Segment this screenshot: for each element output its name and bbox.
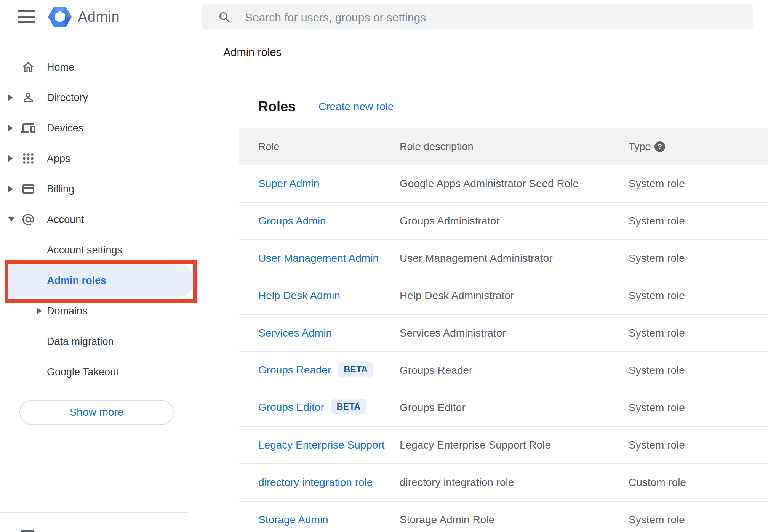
chevron-right-icon — [37, 308, 42, 314]
sidebar-item-directory[interactable]: Directory — [0, 82, 202, 113]
sidebar-item-label: Home — [47, 61, 74, 73]
role-link[interactable]: Services Admin — [258, 327, 332, 339]
show-more-button[interactable]: Show more — [19, 400, 174, 425]
create-new-role-link[interactable]: Create new role — [318, 101, 394, 113]
table-row: User Management AdminUser Management Adm… — [239, 240, 768, 277]
sidebar-item-apps[interactable]: Apps — [0, 143, 202, 174]
table-row: Services AdminServices AdministratorSyst… — [239, 315, 768, 352]
sidebar-item-account-settings[interactable]: Account settings — [0, 235, 202, 265]
role-description: directory integration role — [400, 476, 514, 489]
sidebar-item-google-takeout[interactable]: Google Takeout — [0, 357, 202, 387]
app-title: Admin — [78, 9, 120, 25]
role-type: System role — [629, 364, 685, 377]
devices-icon — [21, 121, 35, 135]
role-type: System role — [629, 290, 685, 302]
sidebar-item-label: Billing — [47, 183, 74, 195]
sidebar-item-home[interactable]: Home — [0, 52, 202, 82]
role-link[interactable]: Legacy Enterprise Support — [258, 439, 385, 451]
home-icon — [21, 60, 35, 74]
sidebar-item-label: Account — [47, 214, 84, 226]
role-link[interactable]: Groups EditorBETA — [258, 400, 366, 416]
help-icon[interactable]: ? — [654, 141, 665, 152]
table-row: Legacy Enterprise SupportLegacy Enterpri… — [239, 427, 768, 464]
role-link[interactable]: directory integration role — [258, 476, 373, 489]
table-row: Help Desk AdminHelp Desk AdministratorSy… — [239, 277, 768, 315]
role-type: Custom role — [629, 476, 686, 489]
sidebar-item-label: Directory — [47, 92, 88, 104]
sidebar-item-label: Data migration — [47, 336, 114, 348]
sidebar-item-account[interactable]: Account — [0, 204, 202, 235]
sidebar-item-billing[interactable]: Billing — [0, 174, 202, 204]
role-description: Services Administrator — [400, 327, 506, 339]
sidebar-item-label: Apps — [47, 153, 70, 165]
role-link[interactable]: Groups Admin — [258, 215, 326, 227]
card-title: Roles — [258, 99, 296, 115]
sidebar-item-label: Account settings — [47, 244, 122, 256]
role-description: User Management Administrator — [400, 252, 553, 264]
sidebar-item-label: Admin roles — [47, 275, 106, 287]
sidebar-item-label: Domains — [47, 305, 88, 317]
roles-card-titlebar: Roles Create new role — [239, 85, 768, 128]
credit-card-icon — [21, 182, 35, 196]
role-description: Groups Editor — [400, 402, 466, 414]
search-input[interactable] — [244, 4, 741, 31]
breadcrumb: Admin roles — [223, 46, 282, 59]
role-description: Help Desk Administrator — [400, 290, 514, 302]
app-logo: Admin — [48, 6, 120, 27]
role-description: Storage Admin Role — [400, 514, 494, 526]
role-description: Groups Reader — [400, 364, 472, 377]
column-header-role: Role — [258, 141, 280, 153]
column-header-type: Type — [629, 141, 651, 153]
role-type: System role — [629, 327, 685, 339]
role-type: System role — [629, 402, 685, 414]
sidebar-item-label: Devices — [47, 122, 83, 134]
role-link[interactable]: Storage Admin — [258, 514, 328, 526]
table-header-row: Role Role description Type ? — [239, 128, 768, 165]
search-icon — [218, 11, 231, 24]
beta-badge: BETA — [331, 399, 366, 415]
table-row: Storage AdminStorage Admin RoleSystem ro… — [239, 502, 768, 532]
role-type: System role — [629, 514, 685, 526]
at-sign-icon — [21, 213, 35, 226]
role-description: Groups Administrator — [400, 215, 500, 227]
admin-hexagon-logo-icon — [48, 6, 72, 27]
chevron-down-icon — [8, 217, 14, 222]
role-link[interactable]: Help Desk Admin — [258, 290, 340, 302]
table-row: Groups EditorBETAGroups EditorSystem rol… — [239, 389, 768, 427]
sidebar: Admin HomeDirectoryDevicesAppsBillingAcc… — [0, 0, 202, 532]
hamburger-menu-icon[interactable] — [18, 10, 35, 23]
chevron-right-icon — [8, 155, 13, 162]
sidebar-item-data-migration[interactable]: Data migration — [0, 326, 202, 357]
role-link[interactable]: User Management Admin — [258, 252, 379, 264]
table-row: directory integration roledirectory inte… — [239, 464, 768, 502]
table-body: Super AdminGoogle Apps Administrator See… — [239, 165, 768, 532]
chevron-right-icon — [8, 95, 13, 101]
column-header-role-description: Role description — [400, 141, 474, 153]
table-row: Groups ReaderBETAGroups ReaderSystem rol… — [239, 352, 768, 389]
chevron-right-icon — [8, 125, 13, 131]
role-description: Google Apps Administrator Seed Role — [400, 178, 579, 190]
table-row: Super AdminGoogle Apps Administrator See… — [239, 165, 768, 203]
role-link[interactable]: Groups ReaderBETA — [258, 363, 373, 378]
header-divider — [202, 67, 768, 67]
role-description: Legacy Enterprise Support Role — [400, 439, 551, 451]
role-type: System role — [629, 252, 685, 264]
sidebar-item-admin-roles[interactable]: Admin roles — [0, 265, 202, 296]
role-type: System role — [629, 215, 685, 227]
role-link[interactable]: Super Admin — [258, 178, 319, 190]
role-type: System role — [629, 439, 685, 451]
table-row: Groups AdminGroups AdministratorSystem r… — [239, 203, 768, 240]
sidebar-item-label: Google Takeout — [47, 366, 119, 378]
sidebar-nav: HomeDirectoryDevicesAppsBillingAccountAc… — [0, 52, 202, 387]
beta-badge: BETA — [338, 362, 373, 377]
search-bar[interactable] — [202, 4, 753, 30]
chevron-right-icon — [8, 186, 13, 192]
roles-card: Roles Create new role Role Role descript… — [239, 85, 768, 532]
cutoff-bottom-icon — [21, 530, 34, 532]
sidebar-bottom-divider — [0, 512, 188, 513]
role-type: System role — [629, 178, 685, 190]
sidebar-item-domains[interactable]: Domains — [0, 296, 202, 326]
sidebar-item-devices[interactable]: Devices — [0, 113, 202, 143]
apps-grid-icon — [21, 152, 35, 165]
person-icon — [21, 91, 35, 104]
